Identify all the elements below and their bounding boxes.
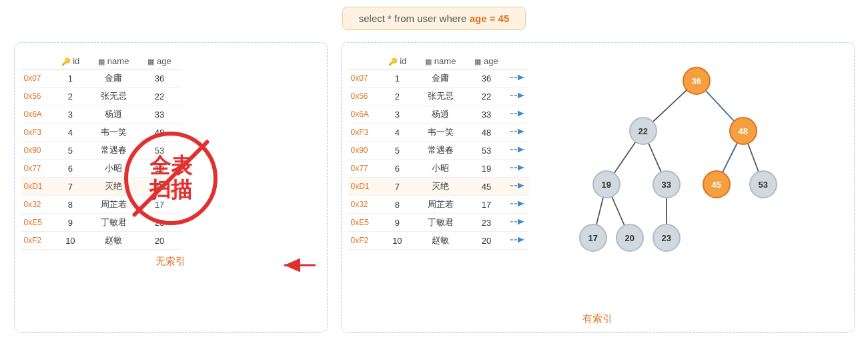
right-name: 小昭 [416, 160, 465, 178]
left-age: 17 [138, 196, 180, 214]
right-table-wrap: 🔑 id ▦ name ▦ age 0x07 1 金庸 36 [348, 53, 529, 250]
right-arrow-cell [508, 88, 529, 106]
left-addr: 0x77 [21, 160, 52, 178]
right-name: 张无忌 [416, 88, 465, 106]
right-arrow-cell [508, 214, 529, 232]
left-name: 赵敏 [89, 232, 138, 250]
right-col-age: ▦ age [465, 53, 507, 69]
left-id: 6 [52, 160, 89, 178]
tree-nodes: 36224819334553172023 [536, 53, 776, 260]
left-age: 33 [138, 106, 180, 124]
left-name: 周芷若 [89, 196, 138, 214]
right-addr: 0xF2 [348, 232, 379, 250]
left-id: 9 [52, 214, 89, 232]
right-addr: 0x32 [348, 196, 379, 214]
right-arrow-cell [508, 106, 529, 124]
right-name: 金庸 [416, 69, 465, 88]
left-id: 8 [52, 196, 89, 214]
right-id: 5 [379, 142, 416, 160]
right-name: 赵敏 [416, 232, 465, 250]
right-age: 17 [465, 196, 507, 214]
right-col-id: 🔑 id [379, 53, 416, 69]
tree-node-20: 20 [616, 224, 644, 252]
left-addr: 0x07 [21, 69, 52, 88]
right-col-name: ▦ name [416, 53, 465, 69]
left-name: 丁敏君 [89, 214, 138, 232]
right-arrow-cell [508, 69, 529, 88]
left-table: 🔑 id ▦ name ▦ age 0x07 1 金庸 36 0x56 2 张无… [21, 53, 181, 250]
right-addr: 0x90 [348, 142, 379, 160]
tree-area: 36224819334553172023 [536, 53, 763, 307]
left-id: 3 [52, 106, 89, 124]
tree-node-33: 33 [653, 170, 681, 198]
right-arrow-cell [508, 196, 529, 214]
right-name: 常遇春 [416, 142, 465, 160]
right-addr: 0x07 [348, 69, 379, 88]
left-name: 常遇春 [89, 142, 138, 160]
right-id: 2 [379, 88, 416, 106]
right-arrow-cell [508, 142, 529, 160]
left-name: 张无忌 [89, 88, 138, 106]
left-name: 杨逍 [89, 106, 138, 124]
left-age: 22 [138, 88, 180, 106]
right-age: 53 [465, 142, 507, 160]
right-panel-label: 有索引 [348, 313, 847, 325]
right-arrow-cell [508, 124, 529, 142]
right-id: 6 [379, 160, 416, 178]
left-age: 20 [138, 232, 180, 250]
left-addr: 0xD1 [21, 178, 52, 196]
left-addr: 0x90 [21, 142, 52, 160]
right-panel: 🔑 id ▦ name ▦ age 0x07 1 金庸 36 [341, 42, 855, 333]
main-row: 🔑 id ▦ name ▦ age 0x07 1 金庸 36 0x56 2 张无… [13, 42, 855, 333]
right-addr: 0x6A [348, 106, 379, 124]
right-age: 22 [465, 88, 507, 106]
right-name: 灭绝 [416, 178, 465, 196]
right-addr: 0xD1 [348, 178, 379, 196]
left-col-id: 🔑 id [52, 53, 89, 69]
tree-node-36: 36 [683, 67, 711, 95]
right-name: 周芷若 [416, 196, 465, 214]
tree-node-22: 22 [629, 117, 657, 145]
right-content: 🔑 id ▦ name ▦ age 0x07 1 金庸 36 [348, 53, 847, 307]
left-name: 金庸 [89, 69, 138, 88]
left-addr: 0xF2 [21, 232, 52, 250]
tree-node-17: 17 [579, 224, 607, 252]
left-addr: 0x56 [21, 88, 52, 106]
right-age: 45 [465, 178, 507, 196]
right-name: 韦一笑 [416, 124, 465, 142]
right-age: 20 [465, 232, 507, 250]
left-id: 5 [52, 142, 89, 160]
left-addr: 0x6A [21, 106, 52, 124]
left-col-name: ▦ name [89, 53, 138, 69]
sql-header: select * from user where age = 45 [342, 7, 526, 30]
tree-node-53: 53 [749, 170, 777, 198]
right-name: 杨逍 [416, 106, 465, 124]
right-id: 10 [379, 232, 416, 250]
left-id: 4 [52, 124, 89, 142]
right-id: 7 [379, 178, 416, 196]
tree-node-23: 23 [653, 224, 681, 252]
left-addr: 0xE5 [21, 214, 52, 232]
tree-node-45: 45 [703, 170, 731, 198]
right-addr: 0xE5 [348, 214, 379, 232]
sql-prefix: select * from user where [359, 13, 470, 24]
left-panel: 🔑 id ▦ name ▦ age 0x07 1 金庸 36 0x56 2 张无… [14, 42, 328, 333]
left-name: 灭绝 [89, 178, 138, 196]
right-arrow-cell [508, 232, 529, 250]
right-age: 19 [465, 160, 507, 178]
right-age: 33 [465, 106, 507, 124]
right-id: 9 [379, 214, 416, 232]
right-arrow-cell [508, 178, 529, 196]
left-age: 19 [138, 160, 180, 178]
left-age: 53 [138, 142, 180, 160]
sql-highlight: age = 45 [470, 13, 510, 24]
left-panel-label: 无索引 [21, 255, 320, 268]
tree-node-48: 48 [729, 117, 757, 145]
right-id: 4 [379, 124, 416, 142]
left-addr: 0xF3 [21, 124, 52, 142]
right-id: 3 [379, 106, 416, 124]
tree-node-19: 19 [592, 170, 620, 198]
left-name: 韦一笑 [89, 124, 138, 142]
left-col-age: ▦ age [138, 53, 180, 69]
left-id: 2 [52, 88, 89, 106]
